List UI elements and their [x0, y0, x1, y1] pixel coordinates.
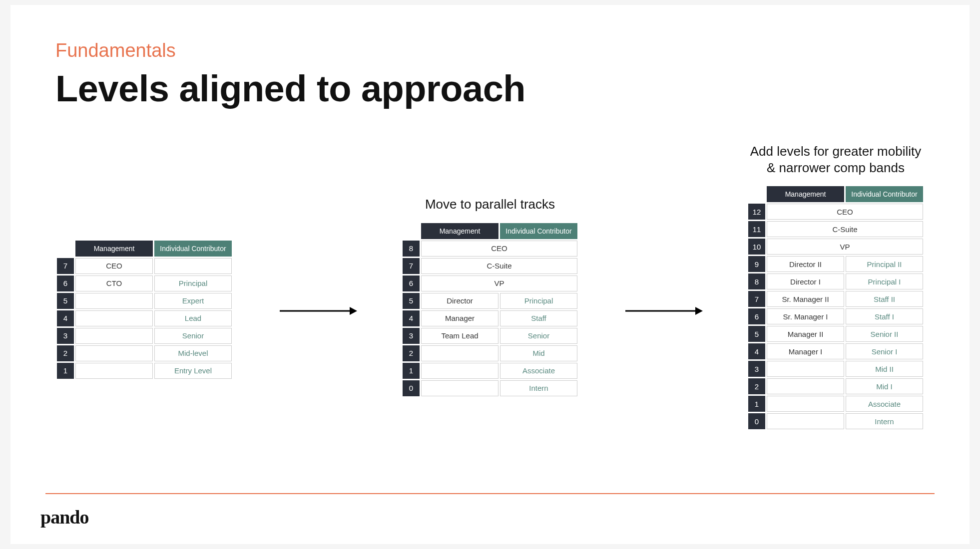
table-row: 2Mid [403, 345, 577, 361]
level-number: 5 [57, 293, 74, 309]
table-row: 6CTOPrincipal [57, 275, 232, 291]
content-row: Management Individual Contributor 7CEO6C… [55, 110, 925, 484]
mgmt-cell: Sr. Manager II [767, 291, 844, 307]
table-row: 6VP [403, 275, 577, 291]
parallel-levels-table: Management Individual Contributor 8CEO7C… [401, 222, 579, 398]
merged-cell: CEO [421, 241, 577, 257]
table-row: 12CEO [748, 204, 923, 220]
ic-cell: Intern [500, 380, 577, 396]
level-number: 4 [403, 310, 420, 326]
corner [57, 241, 74, 257]
ic-header: Individual Contributor [846, 186, 923, 202]
ic-cell: Staff [500, 310, 577, 326]
mgmt-cell [767, 396, 844, 412]
mgmt-cell [75, 293, 153, 309]
expanded-caption: Add levels for greater mobility& narrowe… [750, 143, 921, 176]
eyebrow: Fundamentals [55, 40, 925, 61]
level-number: 5 [403, 293, 420, 309]
table-row: 3Team LeadSenior [403, 328, 577, 344]
level-number: 8 [403, 241, 420, 257]
mgmt-cell [767, 361, 844, 377]
merged-cell: C-Suite [421, 258, 577, 274]
table-row: 2Mid I [748, 378, 923, 394]
simple-levels-table: Management Individual Contributor 7CEO6C… [55, 239, 233, 380]
table-row: 2Mid-level [57, 345, 232, 361]
parallel-caption: Move to parallel tracks [425, 197, 555, 213]
ic-cell: Principal [154, 275, 232, 291]
mgmt-cell: Manager [421, 310, 498, 326]
expanded-levels-table: Management Individual Contributor 12CEO1… [747, 185, 925, 431]
level-number: 2 [57, 345, 74, 361]
table-row: 3Mid II [748, 361, 923, 377]
table-row: 3Senior [57, 328, 232, 344]
merged-cell: VP [421, 275, 577, 291]
level-number: 10 [748, 239, 765, 255]
table-row: 10VP [748, 239, 923, 255]
parallel-table-block: Move to parallel tracks Management Indiv… [401, 197, 579, 398]
level-number: 12 [748, 204, 765, 220]
level-number: 9 [748, 256, 765, 272]
ic-cell: Expert [154, 293, 232, 309]
mgmt-cell: CTO [75, 275, 153, 291]
mgmt-header: Management [767, 186, 844, 202]
ic-cell: Mid I [846, 378, 923, 394]
parallel-tbody: 8CEO7C-Suite6VP5DirectorPrincipal4Manage… [403, 241, 577, 396]
level-number: 3 [57, 328, 74, 344]
level-number: 1 [57, 363, 74, 379]
mgmt-cell [421, 380, 498, 396]
ic-cell: Senior [154, 328, 232, 344]
table-row: 6Sr. Manager IStaff I [748, 308, 923, 324]
table-row: 11C-Suite [748, 221, 923, 237]
level-number: 6 [748, 308, 765, 324]
level-number: 4 [748, 343, 765, 359]
ic-cell: Mid [500, 345, 577, 361]
merged-cell: VP [767, 239, 923, 255]
table-row: 9Director IIPrincipal II [748, 256, 923, 272]
table-row: 0Intern [403, 380, 577, 396]
arrow-icon [623, 303, 703, 320]
ic-cell: Senior [500, 328, 577, 344]
ic-cell: Associate [500, 363, 577, 379]
mgmt-header: Management [75, 241, 153, 257]
level-number: 6 [57, 275, 74, 291]
mgmt-cell [767, 378, 844, 394]
ic-cell: Mid-level [154, 345, 232, 361]
mgmt-cell: Director II [767, 256, 844, 272]
table-row: 4Manager ISenior I [748, 343, 923, 359]
level-number: 1 [403, 363, 420, 379]
mgmt-cell: Director [421, 293, 498, 309]
level-number: 4 [57, 310, 74, 326]
level-number: 8 [748, 274, 765, 289]
table-row: 7C-Suite [403, 258, 577, 274]
mgmt-cell [767, 413, 844, 429]
level-number: 7 [403, 258, 420, 274]
mgmt-header: Management [421, 223, 498, 239]
footer-divider [45, 493, 935, 494]
ic-cell: Entry Level [154, 363, 232, 379]
level-number: 2 [403, 345, 420, 361]
mgmt-cell [421, 345, 498, 361]
expanded-table-block: Add levels for greater mobility& narrowe… [747, 163, 925, 431]
ic-cell [154, 258, 232, 274]
ic-cell: Senior II [846, 326, 923, 342]
table-row: 8CEO [403, 241, 577, 257]
table-row: 0Intern [748, 413, 923, 429]
level-number: 5 [748, 326, 765, 342]
ic-header: Individual Contributor [154, 241, 232, 257]
table-row: 1Associate [403, 363, 577, 379]
table-row: 1Associate [748, 396, 923, 412]
level-number: 7 [57, 258, 74, 274]
table-row: 4ManagerStaff [403, 310, 577, 326]
table-row: 4Lead [57, 310, 232, 326]
ic-cell: Principal II [846, 256, 923, 272]
table-row: 5DirectorPrincipal [403, 293, 577, 309]
simple-caption [142, 214, 146, 230]
table-row: 5Expert [57, 293, 232, 309]
slide: Fundamentals Levels aligned to approach … [10, 5, 970, 544]
level-number: 0 [748, 413, 765, 429]
level-number: 3 [748, 361, 765, 377]
mgmt-cell: Sr. Manager I [767, 308, 844, 324]
ic-cell: Mid II [846, 361, 923, 377]
level-number: 1 [748, 396, 765, 412]
mgmt-cell [75, 310, 153, 326]
